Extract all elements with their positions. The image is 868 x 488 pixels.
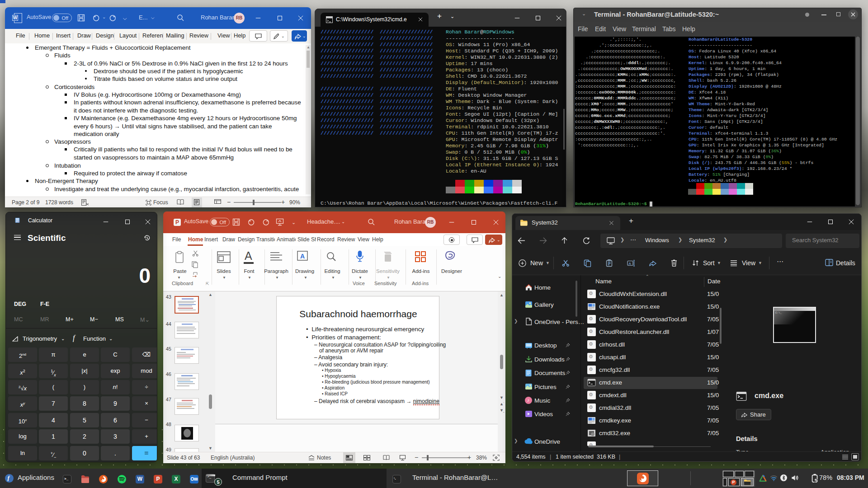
svg-text:A: A [629,262,632,266]
svg-text:A: A [300,253,305,260]
